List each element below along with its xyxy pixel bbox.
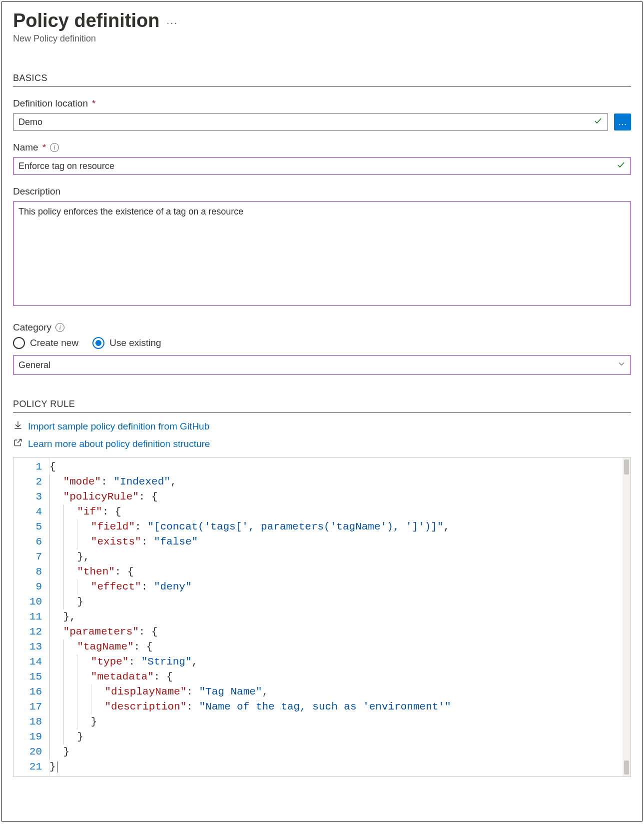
- svg-line-2: [17, 439, 21, 443]
- category-value: General: [18, 360, 50, 370]
- category-create-new-radio[interactable]: Create new: [13, 337, 78, 349]
- definition-location-value: Demo: [18, 117, 42, 128]
- code-scrollbar[interactable]: [623, 458, 631, 776]
- import-github-link[interactable]: Import sample policy definition from Git…: [13, 420, 631, 432]
- chevron-down-icon: [618, 360, 626, 370]
- info-icon[interactable]: i: [55, 323, 64, 332]
- definition-location-input[interactable]: Demo: [13, 113, 608, 131]
- name-value: Enforce tag on resource: [18, 161, 114, 172]
- definition-location-picker-button[interactable]: …: [614, 114, 631, 130]
- description-textarea[interactable]: [13, 201, 631, 306]
- learn-more-link-text[interactable]: Learn more about policy definition struc…: [28, 438, 210, 450]
- section-basics-heading: BASICS: [13, 73, 631, 87]
- category-label: Category i: [13, 322, 631, 333]
- more-actions-button[interactable]: ···: [166, 17, 178, 28]
- ellipsis-icon: …: [618, 117, 627, 128]
- code-content[interactable]: { "mode": "Indexed", "policyRule": { "if…: [49, 458, 631, 776]
- page-title: Policy definition: [13, 10, 159, 32]
- download-icon: [13, 420, 23, 432]
- category-use-existing-label: Use existing: [109, 338, 161, 348]
- external-link-icon: [13, 438, 23, 450]
- description-label: Description: [13, 186, 631, 197]
- category-create-new-label: Create new: [30, 338, 78, 348]
- policy-rule-editor[interactable]: 123456789101112131415161718192021 { "mod…: [13, 457, 631, 777]
- definition-location-label: Definition location *: [13, 98, 631, 109]
- category-select[interactable]: General: [13, 355, 631, 375]
- check-icon: [617, 160, 626, 172]
- info-icon[interactable]: i: [50, 143, 59, 152]
- import-github-link-text[interactable]: Import sample policy definition from Git…: [28, 421, 209, 432]
- page-subtitle: New Policy definition: [13, 34, 631, 44]
- name-label: Name * i: [13, 142, 631, 153]
- scrollbar-thumb[interactable]: [624, 760, 629, 774]
- check-icon: [594, 116, 603, 128]
- section-policy-rule-heading: POLICY RULE: [13, 399, 631, 413]
- category-use-existing-radio[interactable]: Use existing: [92, 337, 161, 349]
- learn-more-link[interactable]: Learn more about policy definition struc…: [13, 438, 631, 450]
- name-input[interactable]: Enforce tag on resource: [13, 157, 631, 175]
- scrollbar-thumb[interactable]: [624, 460, 629, 474]
- code-gutter: 123456789101112131415161718192021: [13, 458, 49, 776]
